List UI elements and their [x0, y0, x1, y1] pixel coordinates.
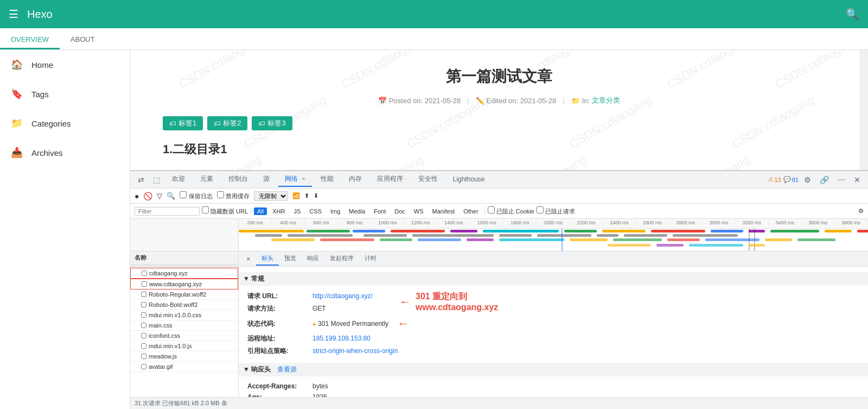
- hamburger-icon[interactable]: ☰: [9, 8, 18, 21]
- filter-all[interactable]: All: [254, 207, 267, 215]
- block-cookie-checkbox[interactable]: [488, 206, 495, 213]
- disable-cache-label: 禁用缓存: [217, 191, 250, 200]
- devtools-inspect-btn[interactable]: ⬚: [150, 174, 163, 186]
- filter-ws[interactable]: WS: [411, 207, 427, 215]
- throttle-select[interactable]: 无限制: [254, 191, 288, 201]
- file-item-main-css[interactable]: main.css: [130, 320, 238, 331]
- file-item-mdui-js[interactable]: mdui.min.v1.0.js: [130, 341, 238, 351]
- devtools-tab-console[interactable]: 控制台: [222, 172, 254, 187]
- preserve-log-checkbox[interactable]: [180, 191, 187, 198]
- devtools-tab-performance[interactable]: 性能: [314, 172, 340, 187]
- file-checkbox-mdui-css[interactable]: [141, 312, 146, 318]
- view-source-btn[interactable]: 查看源: [277, 365, 297, 374]
- annotation-arrow-1: ← 301 重定向到www.cdtaogang.xyz: [399, 291, 498, 312]
- filter-manifest[interactable]: Manifest: [429, 207, 458, 215]
- categories-icon: 📁: [11, 117, 23, 129]
- detail-row-age: Age: 1926: [247, 392, 859, 397]
- network-pane: 名称 cdtaogang.xyz www.cdtaogang.xyz: [130, 251, 868, 397]
- filter-input[interactable]: [135, 207, 200, 216]
- tab-overview[interactable]: OVERVIEW: [0, 31, 60, 49]
- sidebar-item-home[interactable]: 🏠 Home: [0, 50, 130, 79]
- tab-about[interactable]: ABOUT: [60, 31, 106, 49]
- file-checkbox-www[interactable]: [142, 281, 147, 287]
- file-item-cdtaogang[interactable]: cdtaogang.xyz: [130, 268, 238, 279]
- sidebar-item-categories[interactable]: 📁 Categories: [0, 109, 130, 138]
- search-icon[interactable]: 🔍: [846, 8, 859, 21]
- devtools-tab-welcome[interactable]: 欢迎: [165, 172, 192, 187]
- disable-cache-checkbox[interactable]: [217, 191, 224, 198]
- file-item-www-cdtaogang[interactable]: www.cdtaogang.xyz: [130, 279, 238, 290]
- annotation-arrow-2: ←: [397, 317, 409, 331]
- tag-1[interactable]: 🏷 标签1: [163, 116, 203, 130]
- network-tab-close[interactable]: ×: [302, 175, 305, 182]
- filter-doc[interactable]: Doc: [391, 207, 409, 215]
- tag-2[interactable]: 🏷 标签2: [207, 116, 247, 130]
- file-item-avatar-gif[interactable]: avatar.gif: [130, 362, 238, 372]
- devtools-tab-memory[interactable]: 内存: [342, 172, 368, 187]
- file-checkbox-cdtaogang[interactable]: [142, 270, 147, 276]
- sidebar-label-categories: Categories: [31, 119, 71, 128]
- filter-font[interactable]: Font: [371, 207, 389, 215]
- post-edited-on: ✏️ Edited on: 2021-05-28: [476, 97, 557, 105]
- detail-value-remote-addr: 185.199.109.153:80: [312, 335, 371, 342]
- devtools-more-btn[interactable]: ⋯: [834, 174, 848, 186]
- main-layout: 🏠 Home 🔖 Tags 📁 Categories 📥 Archives CS…: [0, 50, 868, 409]
- clear-btn[interactable]: 🚫: [143, 192, 152, 200]
- filter-js[interactable]: JS: [290, 207, 304, 215]
- devtools-link-btn[interactable]: 🔗: [816, 174, 832, 186]
- file-checkbox-avatar-gif[interactable]: [141, 364, 146, 369]
- file-item-meadow-js[interactable]: meadow.js: [130, 351, 238, 362]
- detail-tab-timing[interactable]: 计时: [359, 252, 382, 266]
- record-btn[interactable]: ●: [135, 192, 139, 200]
- detail-tab-initiator[interactable]: 发起程序: [324, 252, 359, 266]
- file-checkbox-iconfont-css[interactable]: [141, 333, 146, 338]
- file-checkbox-main-css[interactable]: [141, 323, 146, 328]
- detail-close-btn[interactable]: ×: [243, 254, 254, 264]
- detail-tab-preview[interactable]: 预览: [279, 252, 302, 266]
- tag-3[interactable]: 🏷 标签3: [252, 116, 292, 130]
- sidebar-label-archives: Archives: [31, 148, 63, 158]
- file-checkbox-roboto-regular[interactable]: [141, 292, 146, 297]
- devtools-tab-application[interactable]: 应用程序: [371, 172, 410, 187]
- post-posted-on: 📅 Posted on: 2021-05-28: [378, 97, 461, 105]
- sidebar-item-archives[interactable]: 📥 Archives: [0, 138, 130, 167]
- detail-tabs: × 标头 预览 响应 发起程序 计时: [239, 251, 868, 267]
- file-checkbox-mdui-js[interactable]: [141, 343, 146, 349]
- devtools-tab-lighthouse[interactable]: Lighthouse: [446, 173, 492, 186]
- devtools-right-icons: ⚠ 13 💬 81 ⚙ 🔗 ⋯ ✕: [768, 174, 864, 186]
- devtools-settings-btn[interactable]: ⚙: [801, 174, 814, 186]
- devtools-tab-security[interactable]: 安全性: [412, 172, 444, 187]
- devtools-tab-elements[interactable]: 元素: [194, 172, 220, 187]
- devtools-tab-sources[interactable]: 源: [257, 172, 276, 187]
- hide-data-url-checkbox[interactable]: [202, 206, 209, 213]
- filter-img[interactable]: Img: [327, 207, 343, 215]
- devtools-toolbar: ⇄ ⬚ 欢迎 元素 控制台 源 网络 × 性能 内存 应用程序 安全性 Ligh…: [130, 171, 868, 188]
- settings-icon[interactable]: ⚙: [858, 207, 864, 215]
- detail-value-request-url[interactable]: http://cdtaogang.xyz/ ← 301 重定向到www.cdta…: [312, 292, 373, 300]
- file-item-iconfont-css[interactable]: iconfont.css: [130, 331, 238, 341]
- block-req-checkbox[interactable]: [537, 206, 544, 213]
- search-btn[interactable]: 🔍: [167, 192, 175, 200]
- detail-tab-headers[interactable]: 标头: [256, 252, 279, 266]
- download-icon[interactable]: ⬇: [314, 192, 318, 199]
- filter-other[interactable]: Other: [460, 207, 482, 215]
- post-category-link[interactable]: 文章分类: [592, 96, 620, 105]
- sidebar-item-tags[interactable]: 🔖 Tags: [0, 79, 130, 109]
- filter-btn[interactable]: ▽: [157, 192, 162, 200]
- wifi-icon[interactable]: 📶: [292, 192, 300, 199]
- file-checkbox-roboto-bold[interactable]: [141, 302, 146, 307]
- filter-media[interactable]: Media: [346, 207, 368, 215]
- detail-value-request-method: GET: [312, 305, 326, 312]
- file-list-header: 名称: [130, 251, 238, 265]
- filter-xhr[interactable]: XHR: [269, 207, 288, 215]
- file-item-roboto-bold[interactable]: Roboto-Bold.woff2: [130, 300, 238, 310]
- file-checkbox-meadow-js[interactable]: [141, 354, 146, 359]
- file-item-roboto-regular[interactable]: Roboto-Regular.woff2: [130, 290, 238, 300]
- file-item-mdui-css[interactable]: mdui.min.v1.0.0.css: [130, 310, 238, 320]
- devtools-tab-network[interactable]: 网络 ×: [278, 172, 312, 187]
- devtools-close-btn[interactable]: ✕: [851, 174, 864, 186]
- detail-tab-response[interactable]: 响应: [302, 252, 324, 266]
- filter-css[interactable]: CSS: [306, 207, 325, 215]
- upload-icon[interactable]: ⬆: [304, 192, 309, 199]
- devtools-toggle-btn[interactable]: ⇄: [135, 174, 148, 186]
